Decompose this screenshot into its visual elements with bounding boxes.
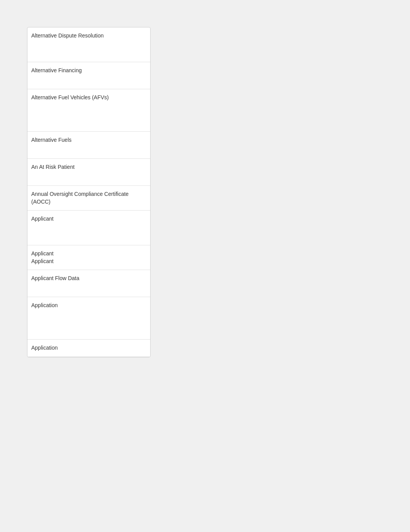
item-label: Alternative Fuel Vehicles (AFVs) bbox=[31, 94, 109, 100]
list-item[interactable]: Annual Oversight Compliance Certificate … bbox=[27, 186, 150, 211]
item-label: An At Risk Patient bbox=[31, 164, 75, 170]
list-item[interactable]: Alternative Fuels bbox=[27, 132, 150, 159]
list-item[interactable]: Applicant bbox=[27, 211, 150, 245]
list-item[interactable]: Applicant Flow Data bbox=[27, 270, 150, 297]
item-label: Application bbox=[31, 345, 58, 351]
item-label: ApplicantApplicant bbox=[31, 250, 54, 264]
list-panel: Alternative Dispute Resolution Alternati… bbox=[27, 27, 151, 357]
item-label: Alternative Dispute Resolution bbox=[31, 32, 104, 39]
item-label: Applicant Flow Data bbox=[31, 275, 80, 281]
list-item[interactable]: An At Risk Patient bbox=[27, 159, 150, 186]
item-label: Alternative Fuels bbox=[31, 137, 71, 143]
item-label: Annual Oversight Compliance Certificate … bbox=[31, 191, 129, 205]
item-label: Applicant bbox=[31, 216, 54, 222]
list-item[interactable]: Alternative Financing bbox=[27, 62, 150, 89]
item-label: Alternative Financing bbox=[31, 67, 82, 73]
list-item[interactable]: Application bbox=[27, 297, 150, 340]
item-label: Application bbox=[31, 302, 58, 308]
page-container: Alternative Dispute Resolution Alternati… bbox=[0, 0, 410, 384]
list-item[interactable]: Alternative Fuel Vehicles (AFVs) bbox=[27, 89, 150, 132]
list-item[interactable]: Application bbox=[27, 340, 150, 357]
list-item[interactable]: Alternative Dispute Resolution bbox=[27, 27, 150, 62]
list-item[interactable]: ApplicantApplicant bbox=[27, 245, 150, 270]
